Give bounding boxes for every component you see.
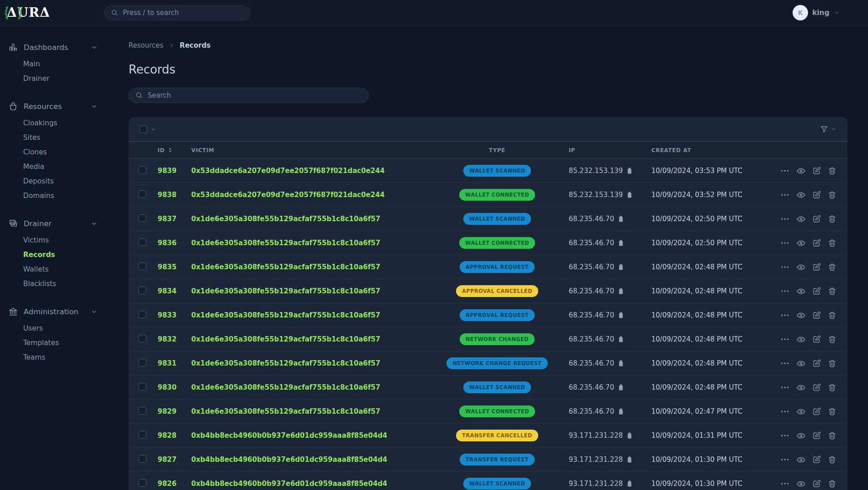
view-icon[interactable] (796, 407, 806, 416)
edit-icon[interactable] (812, 383, 821, 392)
row-checkbox[interactable] (139, 287, 146, 294)
victim-address[interactable]: 0x1de6e305a308fe55b129acfaf755b1c8c10a6f… (191, 287, 426, 295)
copy-icon[interactable] (626, 432, 633, 439)
edit-icon[interactable] (812, 166, 821, 175)
delete-icon[interactable] (828, 335, 837, 344)
sidebar-item-main[interactable]: Main (0, 57, 129, 71)
delete-icon[interactable] (828, 407, 837, 416)
view-icon[interactable] (796, 287, 806, 296)
row-checkbox[interactable] (139, 190, 146, 198)
copy-icon[interactable] (618, 239, 624, 247)
column-header-type[interactable]: TYPE (426, 147, 569, 153)
row-checkbox[interactable] (139, 335, 146, 342)
sidebar-item-clones[interactable]: Clones (0, 145, 129, 159)
edit-icon[interactable] (812, 262, 821, 272)
filter-icon[interactable] (820, 125, 828, 134)
more-actions-icon[interactable] (780, 238, 790, 248)
column-header-victim[interactable]: VICTIM (191, 147, 426, 153)
record-id[interactable]: 9838 (158, 191, 191, 199)
sidebar-item-domains[interactable]: Domains (0, 188, 129, 203)
copy-icon[interactable] (618, 215, 624, 223)
edit-icon[interactable] (812, 479, 821, 488)
copy-icon[interactable] (618, 336, 624, 343)
row-checkbox[interactable] (139, 238, 146, 246)
edit-icon[interactable] (812, 407, 821, 416)
sidebar-section-administration[interactable]: Administration (0, 302, 129, 321)
sidebar-item-sites[interactable]: Sites (0, 130, 129, 145)
more-actions-icon[interactable] (780, 310, 790, 320)
view-icon[interactable] (796, 166, 806, 176)
row-checkbox[interactable] (139, 311, 146, 318)
sidebar-item-media[interactable]: Media (0, 159, 129, 174)
victim-address[interactable]: 0xb4bb8ecb4960b0b937e6d01dc959aaa8f85e04… (191, 480, 426, 488)
record-id[interactable]: 9828 (158, 431, 191, 440)
more-actions-icon[interactable] (780, 262, 790, 272)
delete-icon[interactable] (828, 479, 837, 488)
record-id[interactable]: 9837 (158, 215, 191, 223)
victim-address[interactable]: 0x53ddadce6a207e09d7ee2057f687f021dac0e2… (191, 167, 426, 175)
view-icon[interactable] (796, 190, 806, 200)
more-actions-icon[interactable] (780, 455, 790, 465)
record-id[interactable]: 9826 (158, 480, 191, 488)
record-id[interactable]: 9834 (158, 287, 191, 295)
record-id[interactable]: 9835 (158, 263, 191, 271)
chevron-down-icon[interactable] (150, 126, 157, 133)
victim-address[interactable]: 0x1de6e305a308fe55b129acfaf755b1c8c10a6f… (191, 239, 426, 247)
victim-address[interactable]: 0xb4bb8ecb4960b0b937e6d01dc959aaa8f85e04… (191, 431, 426, 440)
global-search-input[interactable] (123, 9, 243, 17)
record-id[interactable]: 9830 (158, 383, 191, 391)
record-id[interactable]: 9831 (158, 359, 191, 367)
view-icon[interactable] (796, 383, 806, 392)
victim-address[interactable]: 0x1de6e305a308fe55b129acfaf755b1c8c10a6f… (191, 383, 426, 391)
delete-icon[interactable] (828, 214, 837, 223)
record-id[interactable]: 9832 (158, 335, 191, 343)
table-search[interactable] (129, 88, 369, 103)
more-actions-icon[interactable] (780, 190, 790, 200)
copy-icon[interactable] (618, 360, 624, 367)
column-header-ip[interactable]: IP (569, 147, 651, 153)
sidebar-item-templates[interactable]: Templates (0, 336, 129, 350)
column-header-created-at[interactable]: CREATED AT (651, 147, 774, 153)
sidebar-section-dashboards[interactable]: Dashboards (0, 38, 129, 57)
row-checkbox[interactable] (139, 479, 146, 487)
global-search[interactable] (104, 5, 250, 20)
victim-address[interactable]: 0x1de6e305a308fe55b129acfaf755b1c8c10a6f… (191, 263, 426, 271)
sidebar-item-deposits[interactable]: Deposits (0, 174, 129, 188)
view-icon[interactable] (796, 214, 806, 224)
row-checkbox[interactable] (139, 166, 146, 174)
row-checkbox[interactable] (139, 383, 146, 391)
view-icon[interactable] (796, 311, 806, 320)
edit-icon[interactable] (812, 335, 821, 344)
more-actions-icon[interactable] (780, 479, 790, 489)
sidebar-item-blacklists[interactable]: Blacklists (0, 277, 129, 291)
edit-icon[interactable] (812, 214, 821, 223)
edit-icon[interactable] (812, 359, 821, 368)
sidebar-item-wallets[interactable]: Wallets (0, 262, 129, 277)
record-id[interactable]: 9829 (158, 407, 191, 416)
more-actions-icon[interactable] (780, 214, 790, 224)
victim-address[interactable]: 0x1de6e305a308fe55b129acfaf755b1c8c10a6f… (191, 407, 426, 416)
copy-icon[interactable] (626, 480, 633, 487)
record-id[interactable]: 9833 (158, 311, 191, 319)
record-id[interactable]: 9836 (158, 239, 191, 247)
edit-icon[interactable] (812, 431, 821, 440)
victim-address[interactable]: 0xb4bb8ecb4960b0b937e6d01dc959aaa8f85e04… (191, 455, 426, 464)
view-icon[interactable] (796, 359, 806, 368)
sidebar-item-drainer[interactable]: Drainer (0, 71, 129, 86)
delete-icon[interactable] (828, 166, 837, 175)
row-checkbox[interactable] (139, 359, 146, 366)
breadcrumb-parent[interactable]: Resources (129, 41, 164, 49)
copy-icon[interactable] (618, 263, 624, 271)
more-actions-icon[interactable] (780, 382, 790, 392)
view-icon[interactable] (796, 335, 806, 344)
table-search-input[interactable] (148, 91, 362, 99)
more-actions-icon[interactable] (780, 286, 790, 296)
victim-address[interactable]: 0x1de6e305a308fe55b129acfaf755b1c8c10a6f… (191, 335, 426, 343)
edit-icon[interactable] (812, 190, 821, 199)
copy-icon[interactable] (626, 191, 633, 198)
view-icon[interactable] (796, 238, 806, 248)
sidebar-section-resources[interactable]: Resources (0, 97, 129, 116)
sidebar-item-cloakings[interactable]: Cloakings (0, 116, 129, 130)
delete-icon[interactable] (828, 311, 837, 320)
row-checkbox[interactable] (139, 455, 146, 463)
